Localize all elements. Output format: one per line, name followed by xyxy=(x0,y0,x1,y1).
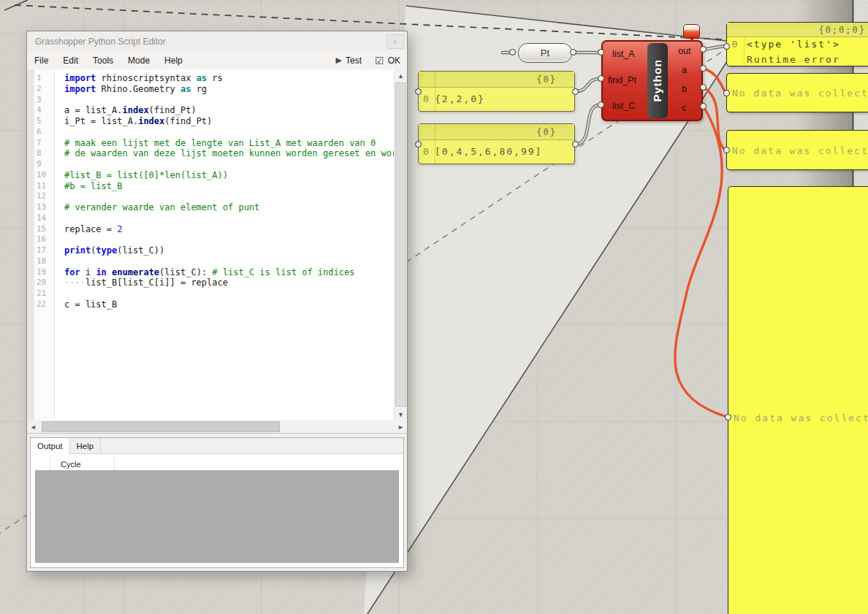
panel-message: No data was collected… xyxy=(732,145,868,156)
line-number: 12 xyxy=(34,191,54,202)
code-line[interactable]: # maak een lijst met de lengte van List_… xyxy=(64,138,395,149)
output-tabbar: Output Help xyxy=(31,438,403,454)
line-number: 16 xyxy=(34,234,54,245)
test-button[interactable]: ▶ Test xyxy=(330,55,368,66)
output-column-cycle: Cycle xyxy=(50,458,115,470)
scroll-right-icon[interactable]: ► xyxy=(395,421,407,433)
panel-point-output-grip[interactable] xyxy=(572,88,579,95)
panel-out-input-grip[interactable] xyxy=(723,43,730,50)
line-number: 3 xyxy=(34,95,54,106)
tab-output[interactable]: Output xyxy=(31,438,70,454)
error-balloon-icon[interactable] xyxy=(683,24,700,39)
play-icon: ▶ xyxy=(336,55,342,65)
code-lines[interactable]: import rhinoscriptsyntax as rsimport Rhi… xyxy=(56,69,395,421)
code-line[interactable]: #list_B = list([0]*len(list_A)) xyxy=(64,170,395,181)
line-number: 21 xyxy=(34,288,54,299)
line-number: 14 xyxy=(34,213,54,224)
line-number: 22 xyxy=(34,299,54,310)
code-line[interactable]: i_Pt = list_A.index(find_Pt) xyxy=(64,116,395,127)
panel-row-value: {2,2,0} xyxy=(435,93,485,104)
code-line[interactable]: replace = 2 xyxy=(64,224,395,235)
horizontal-scrollbar[interactable]: ◄ ► xyxy=(27,421,407,434)
panel-a[interactable]: No data was collected… xyxy=(726,73,868,112)
code-line[interactable] xyxy=(64,234,395,245)
menu-item-mode[interactable]: Mode xyxy=(121,51,157,69)
code-line[interactable]: print(type(list_C)) xyxy=(64,245,395,256)
code-line[interactable] xyxy=(64,288,395,299)
tab-help[interactable]: Help xyxy=(70,438,102,453)
menu-item-help[interactable]: Help xyxy=(157,51,190,69)
code-line[interactable] xyxy=(64,213,395,224)
code-line[interactable]: #b = list_B xyxy=(64,181,395,192)
scroll-down-icon[interactable]: ▼ xyxy=(395,408,407,421)
panel-out[interactable]: {0;0;0} 0 <type 'list'> Runtime error xyxy=(726,22,868,66)
code-line[interactable]: import Rhino.Geometry as rg xyxy=(64,84,395,95)
scroll-up-icon[interactable]: ▲ xyxy=(395,69,407,82)
title-bar[interactable]: Grasshopper Python Script Editor × xyxy=(27,31,407,51)
python-component-name-bar[interactable]: Python xyxy=(647,43,668,118)
panel-c-input-grip[interactable] xyxy=(725,414,731,421)
menu-item-edit[interactable]: Edit xyxy=(56,51,85,69)
code-line[interactable] xyxy=(64,159,395,170)
output-table-header: Cycle xyxy=(35,458,399,471)
python-grip-a[interactable] xyxy=(700,65,707,72)
python-grip-c[interactable] xyxy=(700,103,707,110)
output-table-body[interactable] xyxy=(35,470,399,563)
output-panel: Output Help Cycle xyxy=(30,437,404,568)
panel-point[interactable]: {0} 0 {2,2,0} xyxy=(418,71,575,112)
ok-button-label: OK xyxy=(388,55,400,66)
line-number: 1 xyxy=(34,73,54,84)
panel-indices-output-grip[interactable] xyxy=(572,141,579,147)
python-grip-b[interactable] xyxy=(700,84,707,91)
panel-indices-input-grip[interactable] xyxy=(415,141,422,147)
python-grip-listA[interactable] xyxy=(598,49,604,55)
pt-parameter[interactable]: Pt xyxy=(518,43,572,63)
panel-point-input-grip[interactable] xyxy=(415,88,422,95)
panel-a-input-grip[interactable] xyxy=(723,90,730,96)
code-line[interactable]: import rhinoscriptsyntax as rs xyxy=(64,73,395,84)
code-line[interactable]: for i in enumerate(list_C): # list_C is … xyxy=(64,267,395,278)
panel-b[interactable]: No data was collected… xyxy=(726,130,868,170)
code-line[interactable]: c = list_B xyxy=(64,299,395,310)
line-number: 11 xyxy=(34,181,54,192)
pt-output-grip[interactable] xyxy=(570,49,576,55)
panel-message: No data was collected… xyxy=(734,412,868,423)
ok-button[interactable]: ☑ OK xyxy=(368,55,407,66)
python-grip-out[interactable] xyxy=(700,46,707,53)
code-line[interactable] xyxy=(64,256,395,267)
python-output-a: a xyxy=(682,65,687,75)
python-input-listA: list_A xyxy=(612,49,635,59)
scroll-left-icon[interactable]: ◄ xyxy=(27,421,39,433)
code-line[interactable] xyxy=(64,95,395,106)
close-icon[interactable]: × xyxy=(387,34,404,49)
panel-b-input-grip[interactable] xyxy=(723,147,730,153)
line-number: 7 xyxy=(34,138,54,149)
panel-c[interactable]: No data was collected… xyxy=(728,186,868,614)
window-title: Grasshopper Python Script Editor xyxy=(35,37,166,47)
vertical-scrollbar[interactable]: ▲ ▼ xyxy=(394,69,407,421)
vertical-scrollbar-thumb[interactable] xyxy=(395,82,406,407)
code-line[interactable]: # verander waarde van element of punt xyxy=(64,202,395,213)
horizontal-scrollbar-thumb[interactable] xyxy=(42,421,280,432)
code-line[interactable]: ····list_B[list_C[i]] = replace xyxy=(64,277,395,288)
python-component[interactable]: list_A find_Pt list_C Python out a b c xyxy=(601,40,703,121)
output-column-blank xyxy=(35,458,50,470)
python-grip-findPt[interactable] xyxy=(598,75,604,82)
code-line[interactable]: a = list_A.index(find_Pt) xyxy=(64,105,395,116)
python-grip-listC[interactable] xyxy=(598,101,604,108)
line-number: 10 xyxy=(34,170,54,181)
code-line[interactable] xyxy=(64,191,395,202)
menu-item-tools[interactable]: Tools xyxy=(85,51,121,69)
code-line[interactable]: # de waarden van deze lijst moeten kunne… xyxy=(64,148,395,159)
line-number: 15 xyxy=(34,224,54,235)
pt-input-grip[interactable] xyxy=(509,49,516,55)
menu-item-file[interactable]: File xyxy=(27,51,56,69)
code-line[interactable] xyxy=(64,127,395,138)
checkbox-icon: ☑ xyxy=(375,55,384,66)
python-output-b: b xyxy=(682,84,687,94)
panel-indices[interactable]: {0} 0 [0,4,5,6,80,99] xyxy=(418,123,575,164)
python-script-editor-window[interactable]: Grasshopper Python Script Editor × File … xyxy=(26,31,408,572)
test-button-label: Test xyxy=(346,55,362,66)
gutter-strip xyxy=(27,69,34,421)
code-editor[interactable]: 12345678910111213141516171819202122 impo… xyxy=(27,69,407,421)
